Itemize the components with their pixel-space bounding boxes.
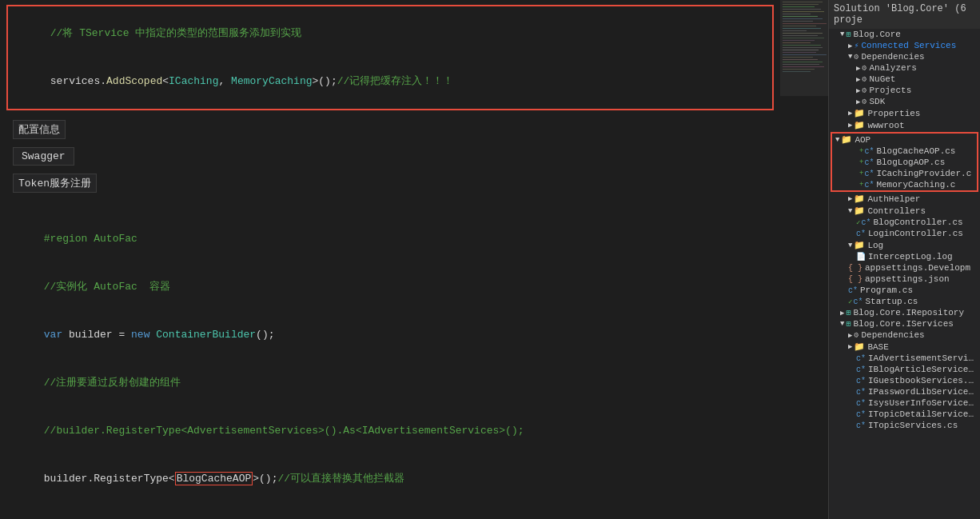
base-folder[interactable]: ▶ 📁 BASE [829,341,980,353]
item-icon: ⚙ [862,74,866,84]
startup-file[interactable]: ✓ c* Startup.cs [829,296,980,307]
iadvertisement-file[interactable]: c* IAdvertisementService [829,353,980,364]
appsettings-file[interactable]: { } appsettings.json [829,273,980,285]
minimap-content[interactable] [780,0,828,519]
plus-icon: ✓ [856,218,860,227]
file-label: InterceptLog.log [868,252,953,261]
item-label: AuthHelper [867,194,920,204]
item-label: NuGet [869,74,895,84]
itopicdetail-file[interactable]: c* ITopicDetailServices. [829,409,980,420]
file-label: LoginController.cs [868,229,963,238]
project-label: Blog.Core [853,30,900,39]
analyzers-item[interactable]: ▶ ⚙ Analyzers [829,62,980,74]
expand-icon: ▶ [848,109,852,118]
connected-services[interactable]: ▶ ⚡ Connected Services [829,40,980,51]
connected-icon: ⚡ [854,41,858,50]
swagger-label[interactable]: Swagger [13,147,74,166]
interceptlog-file[interactable]: 📄 InterceptLog.log [829,251,980,262]
code-body: 配置信息 Swagger Token服务注册 #region AutoFac /… [0,115,780,519]
cs-icon: c* [864,170,874,178]
cs-icon: c* [856,365,866,374]
sdk-item[interactable]: ▶ ⚙ SDK [829,96,980,107]
cs-icon: c* [856,421,866,430]
code-line [6,199,774,215]
config-label: 配置信息 [13,120,66,139]
dependencies-folder[interactable]: ▼ ⚙ Dependencies [829,51,980,62]
file-label: ICachingProvider.c [876,169,971,178]
project-blogcore[interactable]: ▼ ⊞ Blog.Core [829,29,980,40]
iblogarticle-file[interactable]: c* IBlogArticleServices.cs [829,364,980,375]
item-label: Dependencies [861,330,924,340]
file-label: IAdvertisementService [868,353,978,363]
plus-icon: + [859,147,863,155]
appsettings-dev-file[interactable]: { } appsettings.Developm [829,262,980,273]
code-line: #region AutoFac [6,215,774,263]
blogcontroller-file[interactable]: ✓ c* BlogController.cs [829,217,980,228]
iguestbook-file[interactable]: c* IGuestbookServices.cs [829,375,980,386]
item-label: Properties [867,109,920,118]
expand-icon: ▶ [856,86,860,95]
file-label: Program.cs [860,285,913,295]
plus-icon: + [859,158,863,166]
item-label: Log [867,241,883,250]
highlight-line-1: //将 TService 中指定的类型的范围服务添加到实现 [13,10,767,58]
log-folder[interactable]: ▼ 📁 Log [829,239,980,251]
expand-icon: ▶ [848,342,852,351]
wwwroot-folder[interactable]: ▶ 📁 wwwroot [829,119,980,131]
authhelper-folder[interactable]: ▶ 📁 AuthHelper [829,193,980,205]
dependencies-label: Dependencies [861,52,924,62]
file-label: IGuestbookServices.cs [868,376,978,385]
icachingprovider-file[interactable]: + c* ICachingProvider.c [832,168,977,179]
iservices-dependencies[interactable]: ▶ ⚙ Dependencies [829,329,980,341]
folder-icon: 📁 [854,240,865,250]
highlight-block: //将 TService 中指定的类型的范围服务添加到实现 services.A… [6,5,774,110]
file-label: Startup.cs [865,297,918,306]
blogcacheaop-file[interactable]: + c* BlogCacheAOP.cs [832,146,977,157]
memorycaching-file[interactable]: + c* MemoryCaching.c [832,179,977,190]
cs-icon: c* [864,158,874,167]
project-irepository[interactable]: ▶ ⊞ Blog.Core.IRepository [829,307,980,318]
logincontroller-file[interactable]: c* LoginController.cs [829,228,980,239]
aop-label: AOP [855,135,870,145]
cs-icon: c* [856,354,866,363]
item-label: Controllers [867,206,926,216]
connected-services-label: Connected Services [861,41,956,50]
cs-icon: c* [856,410,866,419]
isysuserinfo-file[interactable]: c* IsysUserInfoServices.cs [829,397,980,409]
token-label: Token服务注册 [13,174,97,193]
cs-icon: c* [864,181,874,190]
expand-icon: ▶ [848,121,852,130]
solution-explorer: Solution 'Blog.Core' (6 proje ▼ ⊞ Blog.C… [828,0,980,519]
ipasswordlib-file[interactable]: c* IPasswordLibServices.cs [829,386,980,397]
config-section: 配置信息 [6,117,774,141]
properties-folder[interactable]: ▶ 📁 Properties [829,107,980,119]
item-label: wwwroot [867,121,904,130]
nuget-item[interactable]: ▶ ⚙ NuGet [829,74,980,85]
aop-section: ▼ 📁 AOP + c* BlogCacheAOP.cs + c* BlogLo… [831,132,978,192]
aop-folder[interactable]: ▼ 📁 AOP [832,134,977,146]
project-icon: ⊞ [846,30,851,39]
projects-item[interactable]: ▶ ⚙ Projects [829,85,980,96]
cs-icon: c* [848,286,858,295]
expand-icon: ▼ [840,320,844,328]
program-file[interactable]: c* Program.cs [829,285,980,296]
bloglogaop-file[interactable]: + c* BlogLogAOP.cs [832,157,977,168]
expand-icon: ▶ [856,98,860,106]
folder-icon: 📁 [854,206,865,216]
project-iservices[interactable]: ▼ ⊞ Blog.Core.IServices [829,318,980,329]
file-label: IPasswordLibServices.cs [868,387,978,397]
folder-icon: 📁 [854,108,865,118]
controllers-folder[interactable]: ▼ 📁 Controllers [829,205,980,217]
expand-icon: ▶ [848,42,852,50]
file-label: MemoryCaching.c [876,180,955,190]
expand-icon: ▶ [856,64,860,73]
highlight-line-2: services.AddScoped<ICaching, MemoryCachi… [13,58,767,106]
item-icon: ⚙ [862,63,866,73]
expand-icon: ▼ [840,30,844,38]
folder-icon: 📁 [854,194,865,204]
file-label: BlogLogAOP.cs [876,158,945,167]
item-icon: ⚙ [854,330,858,340]
expand-icon: ▶ [840,309,844,317]
dependencies-icon: ⚙ [854,52,858,62]
itopic-file[interactable]: c* ITopicServices.cs [829,420,980,431]
